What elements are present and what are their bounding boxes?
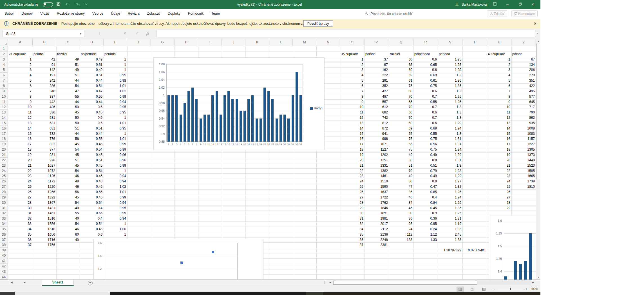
tab-revízia[interactable]: Revízia [128,9,140,15]
cell-A36[interactable]: 35 [9,232,32,237]
row-header-32[interactable]: 32 [0,211,8,216]
cell-B20[interactable]: 877 [33,147,55,152]
cell-U11[interactable]: 9 [488,99,510,105]
cell-D15[interactable]: 0.5 [81,120,102,126]
cell-O14[interactable]: 12 [341,115,363,120]
cell-Q9[interactable]: 60 [390,89,412,94]
cell-E4[interactable]: 1 [104,62,126,68]
cell-O2[interactable]: 35 cuplikov [341,52,363,57]
cell-E17[interactable]: 1 [104,131,126,137]
cell-O16[interactable]: 14 [341,126,363,131]
col-header-H[interactable]: H [175,39,198,46]
cell-E11[interactable]: 0.94 [104,99,126,105]
cell-R17[interactable]: 0.55 [414,131,437,137]
cell-P28[interactable]: 1637 [365,189,388,195]
cell-A22[interactable]: 20 [9,158,32,163]
cell-E8[interactable]: 1.01 [104,83,126,89]
cell-A23[interactable]: 21 [9,163,32,168]
cell-E32[interactable]: 0.95 [104,211,126,216]
cell-P14[interactable]: 742 [365,115,388,120]
cell-A20[interactable]: 18 [9,147,32,152]
col-header-O[interactable]: O [340,39,365,46]
cell-E36[interactable]: 1 [104,232,126,237]
cell-R22[interactable]: 0.8 [414,158,437,163]
cell-R23[interactable]: 0.51 [414,163,437,168]
row-header-4[interactable]: 4 [0,62,8,68]
cell-E25[interactable]: 0.94 [104,173,126,179]
cell-V6[interactable]: 279 [512,73,535,78]
cell-A27[interactable]: 25 [9,184,32,189]
cell-P13[interactable]: 682 [365,110,388,115]
cell-V4[interactable]: 134 [512,62,535,68]
cell-E9[interactable]: 1.02 [104,89,126,94]
name-box[interactable]: Graf 3 ▼ [2,30,84,37]
cell-B35[interactable]: 1610 [33,227,55,232]
cell-A8[interactable]: 6 [9,83,32,89]
row-header-33[interactable]: 33 [0,216,8,221]
cell-C33[interactable]: 40 [57,216,79,221]
cell-S10[interactable]: 1.25 [439,94,461,99]
cell-O33[interactable]: 31 [341,216,363,221]
col-header-Q[interactable]: Q [389,39,413,46]
cell-A10[interactable]: 8 [9,94,32,99]
cell-O25[interactable]: 23 [341,173,363,179]
cell-U13[interactable]: 11 [488,110,510,115]
cell-C16[interactable]: 51 [57,126,79,131]
cell-A11[interactable]: 9 [9,99,32,105]
cell-V8[interactable]: 422 [512,83,535,89]
cell-B3[interactable]: 42 [33,57,55,62]
cell-V20[interactable]: 1305 [512,147,535,152]
cell-Q23[interactable]: 51 [390,163,412,168]
cell-O8[interactable]: 6 [341,83,363,89]
cell-D31[interactable]: 0.4 [81,205,102,211]
cell-E21[interactable]: 0.96 [104,152,126,158]
cell-R28[interactable]: 0.85 [414,189,437,195]
cell-P20[interactable]: 1127 [365,147,388,152]
cell-S21[interactable]: 1.29 [439,152,461,158]
cell-V2[interactable]: poloha [512,52,535,57]
cell-R33[interactable]: 0.36 [414,216,437,221]
cell-S24[interactable]: 1.28 [439,168,461,174]
cell-V26[interactable]: 1739 [512,179,535,184]
cell-S37[interactable]: 1.33 [439,237,461,243]
cell-U7[interactable]: 5 [488,78,510,83]
cell-R34[interactable]: 0.95 [414,221,437,227]
cell-S5[interactable]: 1.29 [439,67,461,73]
cell-C23[interactable]: 45 [57,163,79,168]
col-header-B[interactable]: B [33,39,56,46]
cell-S39[interactable]: 1.28787879 [439,248,461,253]
cell-Q2[interactable]: rozdiel [390,52,412,57]
row-header-26[interactable]: 26 [0,179,8,184]
cell-E31[interactable]: 0.95 [104,205,126,211]
row-header-19[interactable]: 19 [0,142,8,147]
row-header-2[interactable]: 2 [0,52,8,57]
cell-A3[interactable]: 1 [9,57,32,62]
cell-A5[interactable]: 3 [9,67,32,73]
cell-V18[interactable]: 1157 [512,136,535,142]
cell-O22[interactable]: 20 [341,158,363,163]
cell-D16[interactable]: 0.51 [81,126,102,131]
cell-D17[interactable]: 0.44 [81,131,102,137]
cell-S34[interactable]: 1.19 [439,221,461,227]
zoom-slider[interactable] [498,289,524,289]
row-header-11[interactable]: 11 [0,99,8,105]
cell-C3[interactable]: 49 [57,57,79,62]
cell-E35[interactable]: 1.06 [104,227,126,232]
cell-O9[interactable]: 7 [341,89,363,94]
cell-E27[interactable]: 1.02 [104,184,126,189]
cell-V10[interactable]: 577 [512,94,535,99]
cell-V19[interactable]: 1227 [512,142,535,147]
cell-A4[interactable]: 2 [9,62,32,68]
cell-O37[interactable]: 36 [341,237,363,243]
zoom-level[interactable]: 100% [530,287,538,290]
cell-P18[interactable]: 996 [365,136,388,142]
cell-B8[interactable]: 286 [33,83,55,89]
cell-S18[interactable]: 1.31 [439,136,461,142]
cell-S11[interactable]: 1.25 [439,99,461,105]
cell-U16[interactable]: 14 [488,126,510,131]
cell-P32[interactable]: 1891 [365,211,388,216]
splitter-grip-icon[interactable]: ⋮ [323,281,326,284]
cell-C27[interactable]: 46 [57,184,79,189]
cell-D5[interactable]: 0.49 [81,67,102,73]
cell-E6[interactable]: 0.95 [104,73,126,78]
